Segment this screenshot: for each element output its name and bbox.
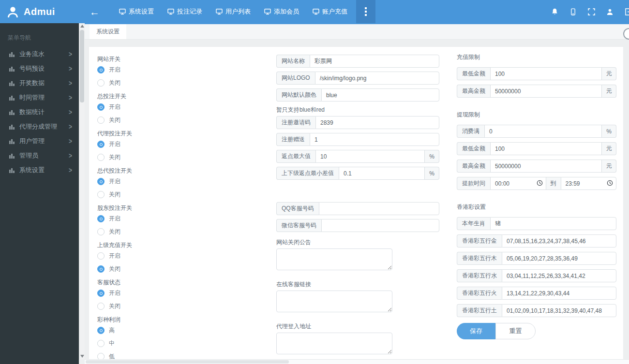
radio-option-on[interactable]: 开启 <box>97 175 257 188</box>
scrollbar-thumb[interactable] <box>86 360 289 364</box>
chevron-right-icon: > <box>69 123 72 131</box>
chart-bars-icon <box>9 124 15 130</box>
radio-icon[interactable] <box>97 141 105 148</box>
radio-option-off[interactable]: 关闭 <box>97 76 257 89</box>
radio-icon[interactable] <box>97 303 105 310</box>
brand[interactable]: Admui <box>0 5 79 18</box>
sidebar-item-number-preset[interactable]: 号码预设> <box>0 61 79 76</box>
radio-icon[interactable] <box>97 191 105 198</box>
site-name-input[interactable] <box>310 55 439 68</box>
wuxing-water-input[interactable] <box>502 269 616 282</box>
withdraw-max-input[interactable] <box>490 160 602 173</box>
radio-icon[interactable] <box>97 116 105 124</box>
radio-icon[interactable] <box>97 66 105 73</box>
withdraw-time-to-input[interactable] <box>561 177 617 190</box>
withdraw-time-from-input[interactable] <box>490 177 546 190</box>
radio-icon[interactable] <box>97 327 105 334</box>
sidebar-item-system-settings[interactable]: 系统设置> <box>0 163 79 177</box>
rebate-min-diff-input[interactable] <box>339 167 425 180</box>
nav-more-button[interactable] <box>356 0 375 23</box>
wuxing-gold-input[interactable] <box>502 234 616 248</box>
scrollbar-thumb[interactable] <box>80 30 84 102</box>
radio-icon[interactable] <box>97 290 105 297</box>
radio-option-on[interactable]: 开启 <box>97 138 257 151</box>
sidebar-item-agent-commission[interactable]: 代理分成管理> <box>0 119 79 134</box>
nav-user-list[interactable]: 用户列表 <box>209 0 257 23</box>
recharge-min-input[interactable] <box>490 67 602 80</box>
radio-option-off[interactable]: 关闭 <box>97 300 257 313</box>
field-label: 注册赠送 <box>276 133 310 146</box>
horizontal-scrollbar[interactable] <box>85 359 629 364</box>
sidebar-item-draw-data[interactable]: 开奖数据> <box>0 76 79 90</box>
rebate-max-input[interactable] <box>315 150 425 163</box>
save-button[interactable]: 保存 <box>457 323 495 339</box>
radio-option-on[interactable]: 开启 <box>97 101 257 114</box>
qq-service-input[interactable] <box>319 202 439 215</box>
wuxing-fire-input[interactable] <box>502 287 616 300</box>
sidebar-item-statistics[interactable]: 数据统计> <box>0 105 79 119</box>
consume-min-input[interactable] <box>484 125 602 138</box>
recharge-max-input[interactable] <box>490 85 602 98</box>
invite-code-input[interactable] <box>315 116 439 129</box>
nav-add-member[interactable]: 添加会员 <box>257 0 306 23</box>
logout-icon[interactable] <box>625 8 629 15</box>
wuxing-wood-input[interactable] <box>502 252 616 265</box>
sidebar-item-user-management[interactable]: 用户管理> <box>0 134 79 148</box>
scroll-down-arrow[interactable] <box>80 355 84 358</box>
tab-options-circle-button[interactable] <box>623 28 629 40</box>
radio-option-off[interactable]: 关闭 <box>97 114 257 127</box>
close-notice-textarea[interactable] <box>276 248 392 270</box>
radio-icon[interactable] <box>97 79 105 87</box>
radio-icon[interactable] <box>97 228 105 235</box>
radio-option-off[interactable]: 关闭 <box>97 188 257 201</box>
fullscreen-icon[interactable] <box>588 8 595 15</box>
wechat-service-input[interactable] <box>321 219 439 232</box>
reset-button[interactable]: 重置 <box>495 323 536 339</box>
radio-option-off[interactable]: 关闭 <box>97 225 257 238</box>
user-icon[interactable] <box>606 8 614 15</box>
field-withdraw-time: 提款时间 到 <box>457 177 616 190</box>
mobile-icon[interactable] <box>569 8 577 15</box>
radio-icon[interactable] <box>97 340 105 347</box>
radio-icon[interactable] <box>97 178 105 185</box>
radio-option-on[interactable]: 开启 <box>97 249 257 262</box>
bell-icon[interactable] <box>551 8 558 15</box>
online-service-link-textarea[interactable] <box>276 291 392 312</box>
radio-option-medium[interactable]: 中 <box>97 337 257 350</box>
radio-icon[interactable] <box>97 103 105 111</box>
withdraw-min-input[interactable] <box>490 142 602 155</box>
radio-option-off[interactable]: 关闭 <box>97 151 257 164</box>
switch-group-shareholder-bet: 股东投注开关 开启 关闭 <box>97 204 257 238</box>
sidebar-item-time-management[interactable]: 时间管理> <box>0 90 79 105</box>
sidebar-item-business-flow[interactable]: 业务流水> <box>0 47 79 61</box>
register-gift-input[interactable] <box>310 133 439 146</box>
nav-account-recharge[interactable]: 账户充值 <box>306 0 354 23</box>
radio-icon[interactable] <box>97 154 105 161</box>
hk-lottery-title: 香港彩设置 <box>457 203 616 211</box>
back-arrow-icon[interactable]: ← <box>90 7 100 17</box>
default-color-input[interactable] <box>321 88 439 102</box>
sidebar-item-administrator[interactable]: 管理员> <box>0 148 79 163</box>
radio-option-on[interactable]: 开启 <box>97 63 257 76</box>
radio-option-high[interactable]: 高 <box>97 324 257 337</box>
zodiac-input[interactable] <box>490 217 616 230</box>
vertical-scrollbar[interactable] <box>79 23 85 359</box>
radio-icon[interactable] <box>97 252 105 260</box>
nav-system-settings[interactable]: 系统设置 <box>112 0 161 23</box>
nav-bet-records[interactable]: 投注记录 <box>161 0 209 23</box>
radio-icon[interactable] <box>97 215 105 222</box>
wuxing-earth-input[interactable] <box>502 304 616 317</box>
field-default-color: 网站默认颜色 <box>276 88 439 102</box>
tab-system-settings[interactable]: 系统设置 <box>90 24 126 39</box>
field-zodiac: 本年生肖 <box>457 217 616 230</box>
radio-option-on[interactable]: 开启 <box>97 287 257 300</box>
site-logo-input[interactable] <box>315 72 439 85</box>
unit-suffix: % <box>425 150 439 163</box>
scroll-up-arrow[interactable] <box>80 25 84 28</box>
radio-icon[interactable] <box>97 265 105 273</box>
field-label: 香港彩五行土 <box>457 304 502 317</box>
radio-option-off[interactable]: 关闭 <box>97 262 257 276</box>
withdraw-limit-title: 提现限制 <box>457 110 616 119</box>
agent-login-address-textarea[interactable] <box>276 333 392 354</box>
radio-option-on[interactable]: 开启 <box>97 212 257 225</box>
